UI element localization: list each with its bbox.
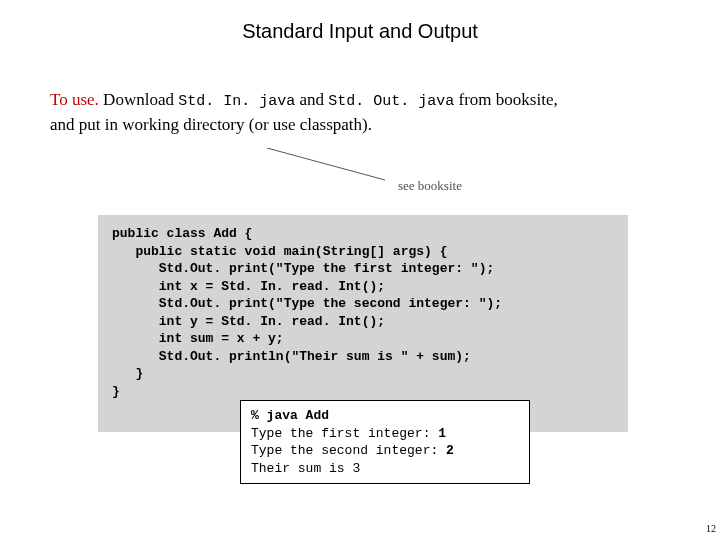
filename-stdin: Std. In. java [178,93,295,110]
output-line1-prompt: Type the first integer: [251,426,438,441]
slide: Standard Input and Output To use. Downlo… [0,0,720,540]
page-number: 12 [706,523,716,534]
output-block: % java Add Type the first integer: 1 Typ… [240,400,530,484]
output-line2-input: 2 [446,443,454,458]
output-line1-input: 1 [438,426,446,441]
slide-title: Standard Input and Output [0,20,720,43]
annotation-text: see booksite [398,178,462,194]
filename-stdout: Std. Out. java [328,93,454,110]
annotation-arrow [267,148,387,182]
usage-description: To use. Download Std. In. java and Std. … [50,88,650,137]
desc-label: To use. [50,90,99,109]
output-command: % java Add [251,408,329,423]
desc-mid1: and [295,90,328,109]
svg-line-0 [267,148,385,180]
output-line3: Their sum is 3 [251,461,360,476]
desc-line2: and put in working directory (or use cla… [50,115,372,134]
desc-post1: from booksite, [454,90,557,109]
desc-pre: Download [99,90,178,109]
output-line2-prompt: Type the second integer: [251,443,446,458]
